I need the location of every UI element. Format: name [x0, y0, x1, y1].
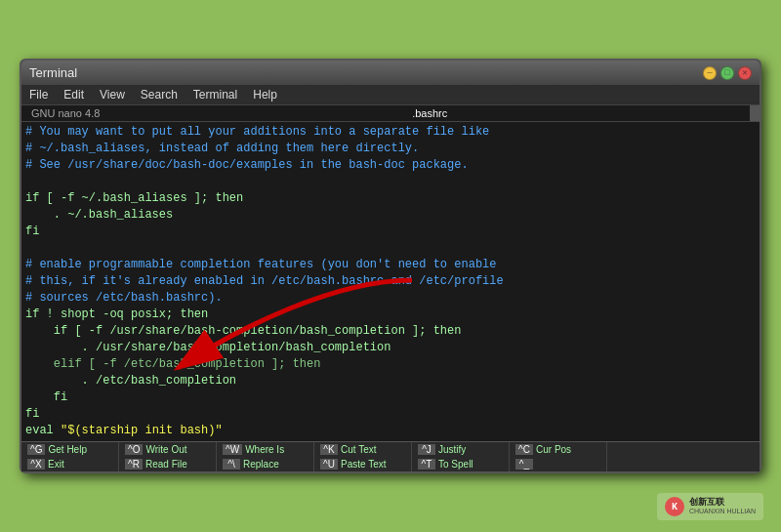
- code-line: . ~/.bash_aliases: [25, 207, 756, 224]
- code-line: # this, if it's already enabled in /etc/…: [25, 273, 756, 290]
- status-to-spell[interactable]: ^T To Spell: [412, 457, 510, 471]
- status-bar: ^G Get Help ^O Write Out ^W Where Is ^K …: [21, 441, 760, 471]
- code-line: . /etc/bash_completion: [25, 373, 756, 389]
- status-extra[interactable]: ^_: [510, 457, 607, 471]
- menu-terminal[interactable]: Terminal: [193, 88, 237, 102]
- menu-edit[interactable]: Edit: [63, 88, 84, 102]
- code-line: if [ -f ~/.bash_aliases ]; then: [25, 190, 756, 207]
- status-write-out[interactable]: ^O Write Out: [119, 442, 217, 457]
- file-title: .bashrc: [109, 105, 750, 121]
- nano-version: GNU nano 4.8: [21, 105, 109, 121]
- code-line: fi: [25, 389, 756, 406]
- status-paste-text[interactable]: ^U Paste Text: [314, 457, 412, 471]
- menu-file[interactable]: File: [29, 88, 48, 102]
- status-where-is[interactable]: ^W Where Is: [217, 442, 314, 457]
- status-cur-pos[interactable]: ^C Cur Pos: [510, 442, 607, 457]
- code-line: fi: [25, 406, 756, 423]
- menu-view[interactable]: View: [100, 88, 125, 102]
- watermark: K 创新互联 CHUANXIN HULLIAN: [657, 493, 763, 520]
- code-line: # See /usr/share/doc/bash-doc/examples i…: [25, 157, 756, 174]
- window-title: Terminal: [29, 65, 77, 80]
- code-line: # ~/.bash_aliases, instead of adding the…: [25, 141, 756, 157]
- status-justify[interactable]: ^J Justify: [412, 442, 510, 457]
- status-get-help[interactable]: ^G Get Help: [21, 442, 119, 457]
- status-row-1: ^G Get Help ^O Write Out ^W Where Is ^K …: [21, 442, 760, 457]
- code-line: # enable programmable completion feature…: [25, 257, 756, 273]
- code-line: # sources /etc/bash.bashrc).: [25, 290, 756, 307]
- status-exit[interactable]: ^X Exit: [21, 457, 119, 471]
- code-line: if [ -f /usr/share/bash-completion/bash_…: [25, 323, 756, 340]
- maximize-button[interactable]: □: [720, 66, 734, 80]
- status-replace[interactable]: ^\ Replace: [217, 457, 314, 471]
- status-row-2: ^X Exit ^R Read File ^\ Replace ^U Paste…: [21, 457, 760, 471]
- tab-bar: GNU nano 4.8 .bashrc: [21, 105, 760, 122]
- scrollbar[interactable]: [750, 105, 760, 121]
- status-cut-text[interactable]: ^K Cut Text: [314, 442, 412, 457]
- eval-line: eval "$(starship init bash)": [25, 423, 756, 439]
- close-button[interactable]: ✕: [738, 66, 752, 80]
- code-line: [25, 174, 756, 190]
- menu-bar: File Edit View Search Terminal Help: [21, 85, 760, 105]
- status-read-file[interactable]: ^R Read File: [119, 457, 217, 471]
- code-line: fi: [25, 224, 756, 240]
- watermark-logo: K: [665, 497, 684, 516]
- code-line: . /usr/share/bash-completion/bash_comple…: [25, 340, 756, 356]
- title-bar: Terminal — □ ✕: [21, 61, 760, 85]
- terminal-window: Terminal — □ ✕ File Edit View Search Ter…: [20, 59, 761, 473]
- code-line: [25, 240, 756, 257]
- editor-area[interactable]: # You may want to put all your additions…: [21, 122, 760, 441]
- menu-search[interactable]: Search: [141, 88, 178, 102]
- code-line: if ! shopt -oq posix; then: [25, 307, 756, 323]
- watermark-text: 创新互联 CHUANXIN HULLIAN: [689, 497, 756, 515]
- code-line: # You may want to put all your additions…: [25, 124, 756, 141]
- minimize-button[interactable]: —: [703, 66, 717, 80]
- code-line: elif [ -f /etc/bash_completion ]; then: [25, 356, 756, 373]
- window-controls: — □ ✕: [703, 66, 752, 80]
- menu-help[interactable]: Help: [253, 88, 277, 102]
